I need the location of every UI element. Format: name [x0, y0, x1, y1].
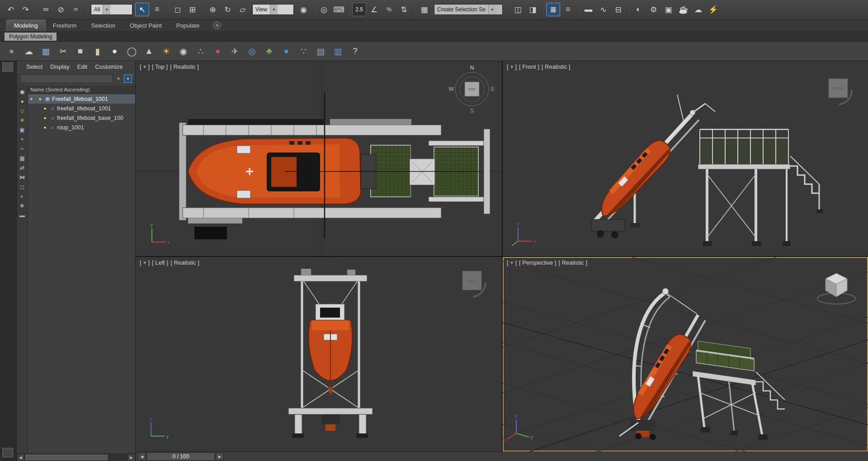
- undo-icon[interactable]: ↶: [4, 3, 18, 16]
- align-icon[interactable]: ◨: [526, 3, 540, 16]
- toggle-layer-explorer-icon[interactable]: ≡: [561, 3, 575, 16]
- viewport-perspective[interactable]: [ + ] [ Perspective ] [ Realistic ]: [503, 257, 868, 451]
- filter-spacewarps-icon[interactable]: ≈: [18, 144, 27, 153]
- region-select-icon[interactable]: ◻: [170, 3, 184, 16]
- tree-row[interactable]: ● ○ roup_1001: [28, 123, 135, 132]
- cone-icon[interactable]: ▲: [141, 43, 157, 59]
- percent-snap-icon[interactable]: %: [382, 3, 396, 16]
- viewport-front[interactable]: [ + ] [ Front ] [ Realistic ]: [503, 61, 868, 256]
- viewport-left-canvas[interactable]: LEFT z y: [136, 257, 502, 451]
- viewport-general-menu[interactable]: [ + ]: [507, 259, 517, 266]
- select-and-rotate-icon[interactable]: ↻: [221, 3, 235, 16]
- lifeboat-left-view[interactable]: [309, 304, 353, 395]
- visibility-bulb-icon[interactable]: ●: [37, 96, 43, 101]
- filter-all-icon[interactable]: ◉: [18, 87, 27, 96]
- filter-helpers-icon[interactable]: +: [18, 134, 27, 144]
- scroll-left-icon[interactable]: ◀: [17, 454, 24, 461]
- color-spheres-icon[interactable]: ∵: [296, 43, 311, 59]
- render-last-icon[interactable]: ⚡: [706, 3, 720, 16]
- select-and-scale-icon[interactable]: ▱: [236, 3, 250, 16]
- particles-icon[interactable]: ∴: [193, 43, 208, 59]
- compass-east[interactable]: E: [491, 86, 495, 92]
- mirror-icon[interactable]: ◫: [511, 3, 525, 16]
- viewport-pov-menu[interactable]: [ Perspective ]: [519, 259, 556, 266]
- next-frame-icon[interactable]: ▶: [216, 452, 224, 461]
- filter-containers-icon[interactable]: ◻: [18, 182, 27, 191]
- menu-display[interactable]: Display: [50, 63, 70, 70]
- viewport-pov-menu[interactable]: [ Left ]: [152, 259, 168, 266]
- redo-icon[interactable]: ↷: [19, 3, 33, 16]
- selection-filter-dropdown[interactable]: All ▼: [91, 4, 132, 15]
- search-input[interactable]: [20, 74, 113, 83]
- render-production-icon[interactable]: ☕: [676, 3, 690, 16]
- viewcube-front[interactable]: FRONT: [829, 79, 852, 105]
- rendered-frame-window-icon[interactable]: ▣: [661, 3, 675, 16]
- dock-tab-icon[interactable]: [2, 62, 13, 72]
- tab-modeling[interactable]: Modeling: [6, 19, 46, 31]
- viewport-pov-menu[interactable]: [ Front ]: [519, 63, 539, 70]
- material-editor-icon[interactable]: ◐: [632, 3, 646, 16]
- box-icon[interactable]: ■: [72, 43, 88, 59]
- select-and-move-icon[interactable]: ⊕: [206, 3, 220, 16]
- render-in-cloud-icon[interactable]: ☁: [691, 3, 705, 16]
- cloud-icon[interactable]: ☁: [21, 43, 37, 59]
- menu-select[interactable]: Select: [26, 63, 42, 70]
- viewport-pov-menu[interactable]: [ Top ]: [152, 63, 168, 70]
- viewport-general-menu[interactable]: [ + ]: [140, 259, 150, 266]
- expand-arrow-icon[interactable]: ▾: [30, 96, 36, 101]
- viewport-shading-menu[interactable]: [ Realistic ]: [542, 63, 571, 70]
- bind-to-space-warp-icon[interactable]: ≈: [69, 3, 83, 16]
- help-icon[interactable]: ?: [347, 43, 363, 59]
- chevron-down-icon[interactable]: ▼: [103, 5, 110, 14]
- filter-hidden-icon[interactable]: ▬: [18, 210, 27, 220]
- viewport-top-canvas[interactable]: TOP N E S W y x: [136, 61, 502, 256]
- viewport-shading-menu[interactable]: [ Realistic ]: [170, 63, 199, 70]
- viewport-shading-menu[interactable]: [ Realistic ]: [170, 259, 199, 266]
- viewport-shading-menu[interactable]: [ Realistic ]: [558, 259, 587, 266]
- filter-cameras-icon[interactable]: ▣: [18, 125, 27, 134]
- spinner-snap-icon[interactable]: ⇅: [397, 3, 411, 16]
- viewport-general-menu[interactable]: [ + ]: [507, 63, 517, 70]
- ribbon-overflow-icon[interactable]: ▾: [213, 21, 221, 29]
- time-slider[interactable]: ◀ 0 / 100 ▶: [136, 451, 868, 461]
- tree-column-header[interactable]: Name (Sorted Ascending): [28, 86, 135, 94]
- metaballs-icon[interactable]: ●: [210, 43, 226, 59]
- compass-west[interactable]: W: [448, 86, 454, 92]
- compass-south[interactable]: S: [470, 108, 474, 114]
- filter-geometry-icon[interactable]: ●: [18, 96, 27, 106]
- viewport-perspective-canvas[interactable]: z y x: [503, 257, 868, 451]
- scrollbar-thumb[interactable]: [25, 455, 108, 460]
- torus-icon[interactable]: ◯: [124, 43, 140, 59]
- toggle-scene-explorer-icon[interactable]: ≣: [546, 3, 560, 16]
- polygon-modeling-panel[interactable]: Polygon Modeling: [5, 33, 57, 41]
- render-setup-icon[interactable]: ⚙: [646, 3, 660, 16]
- visibility-bulb-icon[interactable]: ●: [42, 106, 48, 111]
- filter-bones-icon[interactable]: ⋈: [18, 172, 27, 182]
- viewcube-left[interactable]: LEFT: [462, 271, 486, 297]
- sphere-dark-icon[interactable]: ●: [4, 43, 19, 59]
- viewport-left[interactable]: [ + ] [ Left ] [ Realistic ]: [136, 257, 502, 451]
- clear-search-icon[interactable]: ×: [115, 76, 122, 82]
- filter-frozen-icon[interactable]: ❄: [18, 201, 27, 210]
- chevron-down-icon[interactable]: ▼: [488, 5, 496, 14]
- foliage-icon[interactable]: ♣: [261, 43, 277, 59]
- cut-icon[interactable]: ✂: [55, 43, 71, 59]
- previous-frame-icon[interactable]: ◀: [138, 452, 146, 461]
- filter-lights-icon[interactable]: ☀: [18, 115, 27, 125]
- coordinate-system-dropdown[interactable]: View ▼: [252, 4, 294, 15]
- window-crossing-icon[interactable]: ⊞: [185, 3, 199, 16]
- named-selection-set-dropdown[interactable]: Create Selection Se ▼: [434, 4, 503, 15]
- viewport-top[interactable]: [ + ] [ Top ] [ Realistic ]: [136, 61, 502, 256]
- angle-snap-icon[interactable]: ∠: [367, 3, 381, 16]
- bitmap-icon[interactable]: ▦: [38, 43, 54, 59]
- curve-editor-icon[interactable]: ∿: [596, 3, 610, 16]
- unlink-selection-icon[interactable]: ⊘: [54, 3, 68, 16]
- tree-row[interactable]: ▾ ● ▣ Freefall_lifeboat_1001: [28, 94, 135, 104]
- sphere-icon[interactable]: ●: [107, 43, 123, 59]
- compass-north[interactable]: N: [470, 65, 474, 71]
- filter-groups-icon[interactable]: ▦: [18, 153, 27, 163]
- earth-icon[interactable]: ◎: [244, 43, 260, 59]
- explorer-horizontal-scrollbar[interactable]: ◀ ▶: [17, 453, 135, 461]
- tab-object-paint[interactable]: Object Paint: [123, 20, 169, 31]
- visibility-bulb-icon[interactable]: ●: [42, 115, 48, 120]
